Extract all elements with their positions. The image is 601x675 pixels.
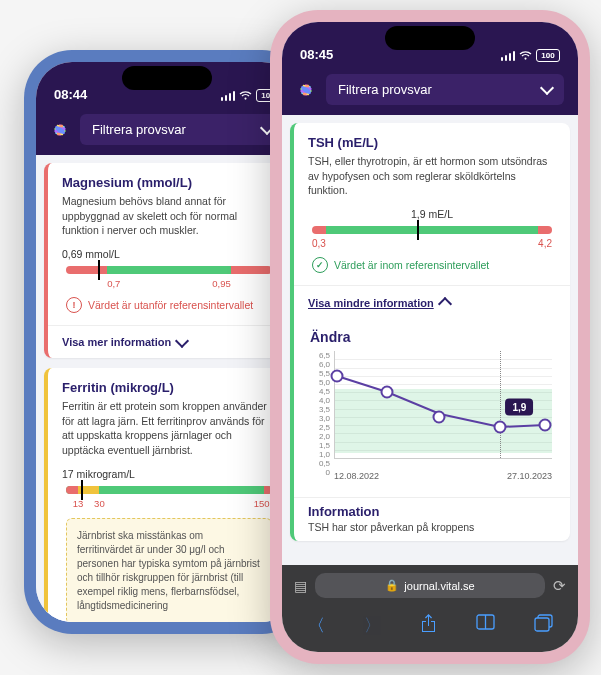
chevron-down-icon [540,81,554,95]
range-high: 0,95 [212,278,231,289]
y-axis: 6,56,05,55,04,54,03,53,02,52,01,51,00,50 [310,351,330,459]
app-header: Filtrera provsvar [282,64,578,115]
screen-right: 08:45 100 Filtrera provsvar TSH (mE/L) T… [282,22,578,652]
safari-toolbar: 〈 〉 [282,606,578,652]
info-box: Järnbrist ska misstänkas om ferritinvärd… [66,518,272,622]
data-point[interactable] [493,420,506,433]
trend-chart: 6,56,05,55,04,54,03,53,02,52,01,51,00,50 [310,351,554,481]
share-icon[interactable] [420,614,437,638]
status-time: 08:44 [54,87,87,102]
alert-icon: ! [66,297,82,313]
check-icon: ✓ [312,257,328,273]
wifi-icon [239,91,252,101]
expand-label: Visa mer information [62,336,171,348]
range-bar [62,266,276,274]
status-text: Värdet är inom referensintervallet [334,259,489,271]
status-text: Värdet är utanför referensintervallet [88,299,253,311]
data-point[interactable] [331,369,344,382]
card-title: Ferritin (mikrog/L) [62,380,276,395]
tabs-icon[interactable] [534,614,553,638]
plot-area: 1,9 [334,351,552,459]
card-desc: TSH, eller thyrotropin, är ett hormon so… [308,154,556,198]
reader-icon[interactable]: ▤ [294,578,307,594]
chevron-down-icon [175,333,189,347]
data-point[interactable] [539,419,552,432]
screen-left: 08:44 100 Filtrera provsvar Magnesium (m… [36,62,298,622]
data-point[interactable] [381,386,394,399]
reload-icon[interactable]: ⟳ [553,577,566,595]
range-bar [308,226,556,234]
collapse-label: Visa mindre information [308,297,434,309]
url-bar[interactable]: 🔒 journal.vital.se [315,573,545,598]
filter-label: Filtrera provsvar [92,122,186,137]
status-icons: 100 [501,49,561,62]
section-title-change: Ändra [310,329,554,345]
url-text: journal.vital.se [404,580,474,592]
signal-icon [221,91,236,101]
lim-c: 150 [254,498,270,509]
card-value: 0,69 mmol/L [62,248,276,260]
card-title: TSH (mE/L) [308,135,556,150]
card-value: 17 mikrogram/L [62,468,276,480]
range-low: 0,7 [107,278,120,289]
x-label-end: 27.10.2023 [507,471,552,481]
filter-dropdown[interactable]: Filtrera provsvar [326,74,564,105]
x-axis: 12.08.2022 27.10.2023 [334,471,552,481]
lock-icon: 🔒 [385,579,399,592]
app-logo-icon [50,120,70,140]
signal-icon [501,51,516,61]
x-label-start: 12.08.2022 [334,471,379,481]
svg-rect-17 [535,618,549,631]
status-message-out: ! Värdet är utanför referensintervallet [66,297,272,313]
wifi-icon [519,51,532,61]
lim-a: 13 [73,498,84,509]
notch [385,26,475,50]
range-high: 4,2 [538,238,552,249]
chevron-up-icon [438,297,452,311]
section-title-info: Information [294,497,570,521]
status-time: 08:45 [300,47,333,62]
safari-urlbar-row: ▤ 🔒 journal.vital.se ⟳ [282,565,578,606]
forward-icon[interactable]: 〉 [364,614,381,638]
result-card-magnesium: Magnesium (mmol/L) Magnesium behövs blan… [44,163,290,358]
filter-label: Filtrera provsvar [338,82,432,97]
notch [122,66,212,90]
app-header: Filtrera provsvar [36,104,298,155]
filter-dropdown[interactable]: Filtrera provsvar [80,114,284,145]
card-value: 1,9 mE/L [308,208,556,220]
phone-right: 08:45 100 Filtrera provsvar TSH (mE/L) T… [270,10,590,664]
result-card-ferritin: Ferritin (mikrog/L) Ferritin är ett prot… [44,368,290,622]
app-logo-icon [296,80,316,100]
range-low: 0,3 [312,238,326,249]
bookmarks-icon[interactable] [476,614,495,638]
section-info-body: TSH har stor påverkan på kroppens [294,521,570,541]
lim-b: 30 [94,498,105,509]
card-title: Magnesium (mmol/L) [62,175,276,190]
content-right[interactable]: TSH (mE/L) TSH, eller thyrotropin, är et… [282,115,578,565]
back-icon[interactable]: 〈 [308,614,325,638]
battery-icon: 100 [536,49,560,62]
expand-toggle[interactable]: Visa mer information [48,325,290,358]
card-desc: Ferritin är ett protein som kroppen anvä… [62,399,276,458]
value-tag: 1,9 [505,398,533,415]
content-left[interactable]: Magnesium (mmol/L) Magnesium behövs blan… [36,155,298,622]
card-desc: Magnesium behövs bland annat för uppbygg… [62,194,276,238]
collapse-toggle[interactable]: Visa mindre information [294,285,570,319]
status-message-in: ✓ Värdet är inom referensintervallet [312,257,552,273]
data-point[interactable] [433,410,446,423]
phone-left: 08:44 100 Filtrera provsvar Magnesium (m… [24,50,310,634]
result-card-tsh: TSH (mE/L) TSH, eller thyrotropin, är et… [290,123,570,541]
range-bar [62,486,276,494]
